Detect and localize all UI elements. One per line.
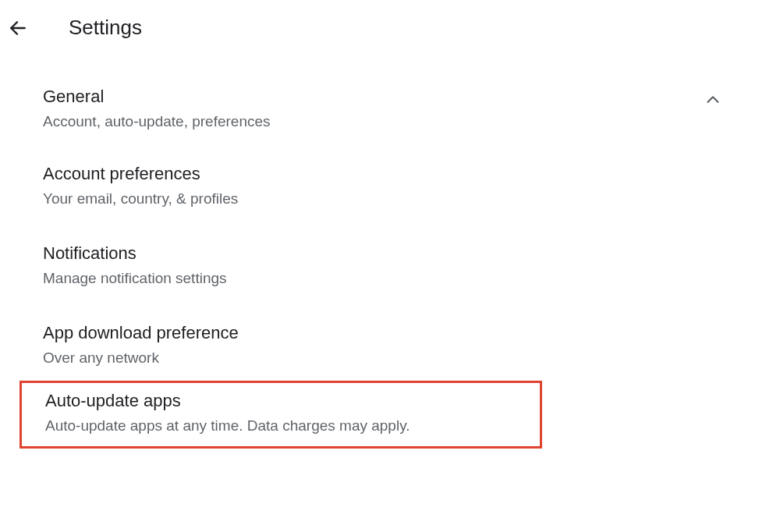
setting-item-subtitle: Your email, country, & profiles xyxy=(43,190,737,207)
setting-item-subtitle: Manage notification settings xyxy=(43,270,737,287)
setting-item-notifications[interactable]: Notifications Manage notification settin… xyxy=(43,222,737,301)
setting-item-title: Auto-update apps xyxy=(45,391,524,411)
setting-item-account-preferences[interactable]: Account preferences Your email, country,… xyxy=(43,142,737,222)
setting-item-app-download-preference[interactable]: App download preference Over any network xyxy=(43,301,737,381)
setting-item-subtitle: Over any network xyxy=(43,349,737,367)
section-title: General xyxy=(43,87,271,107)
page-title: Settings xyxy=(69,16,142,40)
settings-list: Account preferences Your email, country,… xyxy=(0,142,780,449)
section-header-general[interactable]: General Account, auto-update, preference… xyxy=(0,63,780,142)
setting-item-subtitle: Auto-update apps at any time. Data charg… xyxy=(45,417,524,434)
setting-item-title: Account preferences xyxy=(43,164,737,184)
header: Settings xyxy=(0,0,780,63)
back-arrow-icon[interactable] xyxy=(8,18,28,38)
section-header-texts: General Account, auto-update, preference… xyxy=(43,87,271,130)
chevron-up-icon xyxy=(704,91,722,108)
setting-item-title: Notifications xyxy=(43,243,737,264)
setting-item-title: App download preference xyxy=(43,323,737,343)
section-subtitle: Account, auto-update, preferences xyxy=(43,113,271,130)
setting-item-auto-update-apps[interactable]: Auto-update apps Auto-update apps at any… xyxy=(20,381,542,449)
